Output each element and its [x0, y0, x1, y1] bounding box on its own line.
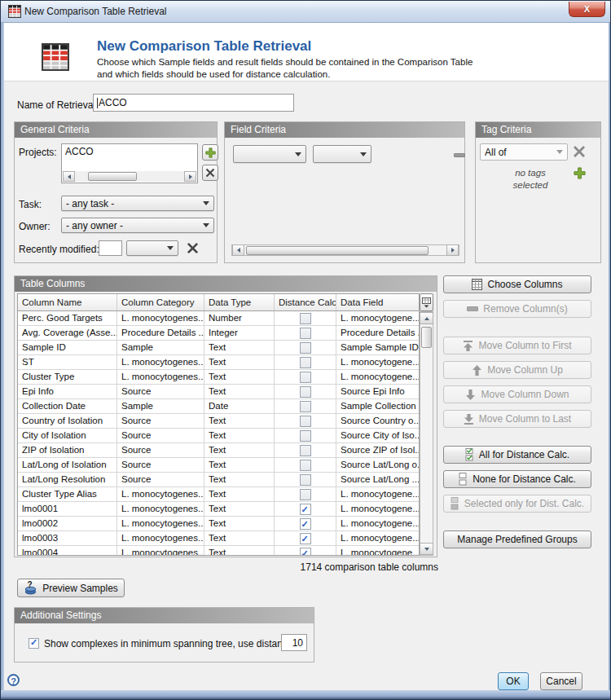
field-criteria-operator-dropdown[interactable] [313, 145, 371, 163]
column-header-category[interactable]: Column Category [117, 294, 204, 310]
table-row[interactable]: Lat/Long of IsolationSourceTextSource La… [18, 458, 419, 473]
distance-calc-checkbox[interactable] [300, 328, 311, 339]
table-row[interactable]: lmo0004L. monocytogenes...TextL. monocyt… [18, 546, 419, 556]
move-column-up-button[interactable]: Move Column Up [443, 361, 591, 379]
clear-recently-modified-icon[interactable] [187, 242, 199, 254]
owner-dropdown[interactable]: - any owner - [61, 218, 214, 233]
name-of-retrieval-value: ACCO [99, 97, 127, 108]
move-column-to-first-button[interactable]: Move Column to First [443, 337, 591, 354]
scroll-up-icon[interactable] [420, 312, 433, 324]
table-row[interactable]: Sample IDSampleTextSample Sample ID [18, 341, 419, 355]
table-row[interactable]: STL. monocytogenes...TextL. monocytogene… [18, 355, 419, 370]
clear-tags-icon[interactable] [573, 145, 586, 158]
column-header-name[interactable]: Column Name [18, 294, 117, 310]
cell-column-name: Cluster Type Alias [18, 487, 117, 501]
table-row[interactable]: Avg. Coverage (Asse...Procedure Details … [18, 326, 419, 341]
table-row[interactable]: ZIP of IsolationSourceTextSource ZIP of … [18, 443, 419, 458]
help-button[interactable]: ? [7, 674, 20, 686]
table-row[interactable]: Collection DateSampleDateSample Collecti… [18, 399, 419, 414]
cell-column-name: lmo0004 [18, 546, 117, 556]
cell-distance-calc [275, 399, 336, 413]
cell-data-field: Sample Collection ... [336, 399, 419, 413]
cell-data-type: Number [204, 311, 275, 325]
column-header-data-field[interactable]: Data Field [336, 294, 419, 310]
recently-modified-unit-dropdown[interactable] [126, 240, 178, 256]
add-tag-icon[interactable] [574, 167, 586, 179]
projects-list[interactable]: ACCO [61, 143, 198, 183]
move-column-to-last-button[interactable]: Move Column to Last [443, 410, 591, 428]
projects-horizontal-scrollbar[interactable] [63, 171, 196, 182]
table-row[interactable]: lmo0003L. monocytogenes...TextL. monocyt… [18, 531, 419, 546]
selected-only-for-dist-calc-button[interactable]: Selected only for Dist. Calc. [443, 495, 591, 513]
cell-distance-calc [275, 311, 336, 325]
table-row[interactable]: Cluster TypeL. monocytogenes...TextL. mo… [18, 370, 419, 385]
column-header-data-type[interactable]: Data Type [204, 294, 275, 310]
cancel-button[interactable]: Cancel [540, 672, 582, 690]
scrollbar-thumb[interactable] [88, 172, 137, 181]
title-bar[interactable]: New Comparison Table Retrieval [1, 1, 610, 23]
manage-predefined-groups-button[interactable]: Manage Predefined Groups [443, 531, 591, 548]
table-vertical-scrollbar[interactable] [420, 311, 433, 556]
distance-calc-checkbox[interactable] [300, 357, 311, 368]
show-complexes-checkbox[interactable] [29, 638, 39, 649]
preview-samples-button[interactable]: ? Preview Samples [17, 579, 125, 597]
choose-columns-button[interactable]: Choose Columns [443, 275, 591, 293]
remove-field-criterion-icon[interactable] [454, 153, 465, 157]
table-row[interactable]: Cluster Type AliasL. monocytogenes...Tex… [18, 487, 419, 502]
all-for-distance-calc-button[interactable]: All for Distance Calc. [443, 446, 591, 464]
task-dropdown[interactable]: - any task - [61, 196, 214, 211]
distance-calc-checkbox[interactable] [300, 445, 311, 456]
column-picker-button[interactable] [420, 293, 433, 311]
table-row[interactable]: lmo0001L. monocytogenes...TextL. monocyt… [18, 502, 419, 517]
distance-calc-checkbox[interactable] [300, 489, 311, 500]
scroll-down-icon[interactable] [420, 543, 433, 555]
table-header-row: Column Name Column Category Data Type Di… [17, 293, 420, 311]
none-for-distance-calc-button[interactable]: None for Distance Calc. [443, 470, 591, 488]
distance-calc-checkbox[interactable] [300, 342, 311, 354]
distance-calc-checkbox[interactable] [300, 474, 311, 486]
name-of-retrieval-input[interactable]: ACCO [93, 94, 294, 112]
remove-columns-button[interactable]: Remove Column(s) [443, 300, 591, 318]
scrollbar-thumb[interactable] [421, 327, 432, 348]
table-row[interactable]: Epi InfoSourceTextSource Epi Info [18, 385, 419, 399]
distance-calc-checkbox[interactable] [300, 548, 311, 557]
table-row[interactable]: Country of IsolationSourceTextSource Cou… [18, 414, 419, 429]
cell-data-type: Integer [204, 326, 275, 340]
scrollbar-thumb[interactable] [246, 246, 429, 255]
distance-calc-checkbox[interactable] [300, 416, 311, 427]
distance-calc-checkbox[interactable] [300, 518, 311, 530]
close-button[interactable]: X [569, 2, 605, 17]
scroll-left-icon[interactable] [63, 171, 75, 182]
distance-calc-checkbox[interactable] [300, 460, 311, 471]
distance-calc-checkbox[interactable] [300, 401, 311, 412]
scroll-left-icon[interactable] [232, 244, 244, 256]
distance-calc-checkbox[interactable] [300, 430, 311, 442]
table-row[interactable]: lmo0002L. monocytogenes...TextL. monocyt… [18, 517, 419, 531]
distance-calc-checkbox[interactable] [300, 533, 311, 544]
all-distance-label: All for Distance Calc. [479, 449, 569, 460]
distance-calc-checkbox[interactable] [300, 386, 311, 398]
distance-calc-checkbox[interactable] [300, 372, 311, 383]
distance-calc-checkbox[interactable] [300, 313, 311, 324]
scroll-right-icon[interactable] [446, 244, 459, 256]
table-row[interactable]: Perc. Good TargetsL. monocytogenes...Num… [18, 311, 419, 326]
distance-calc-checkbox[interactable] [300, 504, 311, 515]
recently-modified-input[interactable] [99, 240, 122, 256]
move-column-down-button[interactable]: Move Column Down [443, 385, 591, 403]
distance-input[interactable]: 10 [281, 634, 307, 651]
add-project-button[interactable] [202, 144, 218, 161]
table-row[interactable]: Lat/Long ResolutionSourceTextSource Lat/… [18, 473, 419, 487]
cell-data-field: Source ZIP of Isol... [336, 443, 419, 457]
scroll-right-icon[interactable] [184, 171, 196, 182]
projects-list-item[interactable]: ACCO [62, 144, 197, 159]
field-criteria-field-dropdown[interactable] [233, 145, 306, 163]
cell-distance-calc [275, 385, 336, 398]
remove-project-button[interactable] [202, 165, 218, 181]
tag-mode-dropdown[interactable]: All of [480, 143, 568, 161]
field-criteria-horizontal-scrollbar[interactable] [231, 244, 459, 256]
ok-button[interactable]: OK [498, 672, 529, 690]
column-header-distance-calc[interactable]: Distance Calc. [275, 294, 336, 310]
cell-column-category: L. monocytogenes... [117, 370, 204, 384]
table-row[interactable]: City of IsolationSourceTextSource City o… [18, 429, 419, 443]
cell-distance-calc [275, 458, 336, 472]
